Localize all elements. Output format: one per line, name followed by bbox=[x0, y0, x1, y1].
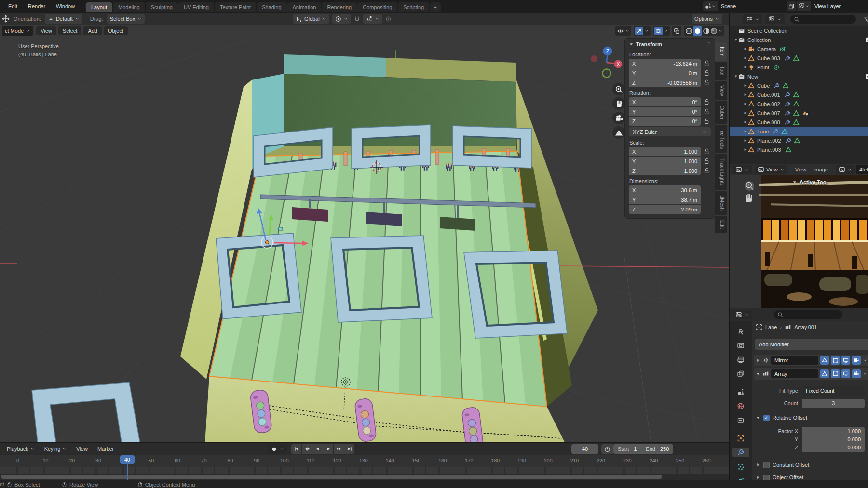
gizmos-dropdown[interactable] bbox=[634, 26, 651, 36]
cdata-icon[interactable] bbox=[781, 128, 788, 135]
workspace-tab-modeling[interactable]: Modeling bbox=[113, 2, 145, 12]
rotation-mode-dropdown[interactable]: XYZ Euler bbox=[629, 127, 711, 136]
viewport-persp-button[interactable] bbox=[612, 126, 625, 139]
editor-type-dropdown[interactable] bbox=[732, 310, 752, 319]
toggle-render-display[interactable] bbox=[852, 369, 861, 378]
scale-x-field[interactable]: X1.000 bbox=[629, 147, 701, 156]
outliner-row-cube-001[interactable]: ►Cube.001 bbox=[730, 90, 868, 99]
breadcrumb-modifier[interactable]: Array.001 bbox=[794, 324, 817, 330]
lock-icon[interactable] bbox=[702, 118, 711, 124]
dimensions-y-field[interactable]: Y38.7 m bbox=[629, 195, 701, 204]
tab-tool[interactable] bbox=[732, 327, 749, 336]
outliner-row-cube-007[interactable]: ►Cube.0079 bbox=[730, 108, 868, 118]
rotation-x-field[interactable]: X0° bbox=[629, 97, 701, 106]
tab-particles[interactable] bbox=[732, 462, 749, 471]
collapse-icon[interactable] bbox=[756, 415, 760, 420]
overlays-dropdown[interactable] bbox=[653, 26, 670, 36]
bwrench-icon[interactable] bbox=[784, 110, 791, 117]
menu-render[interactable]: Render bbox=[24, 1, 50, 11]
viewport-zoom-button[interactable] bbox=[612, 83, 625, 95]
navigation-gizmo[interactable]: Z X bbox=[587, 44, 626, 81]
sidebar-tab-edit[interactable]: Edit bbox=[715, 216, 727, 233]
toggle-realtime-display[interactable] bbox=[841, 356, 850, 365]
workspace-tab-uv-editing[interactable]: UV Editing bbox=[178, 2, 214, 12]
outliner-row-scene collection[interactable]: Scene Collection bbox=[730, 26, 868, 35]
next-keyframe-button[interactable] bbox=[334, 444, 344, 454]
play-reverse-button[interactable] bbox=[312, 444, 323, 454]
lock-icon[interactable] bbox=[702, 148, 711, 155]
gdata-icon[interactable] bbox=[785, 146, 792, 153]
scale-z-field[interactable]: Z1.000 bbox=[629, 166, 701, 175]
bwrench-icon[interactable] bbox=[784, 119, 791, 126]
collapse-icon[interactable]: ▼ bbox=[733, 74, 738, 79]
viewport-menu-object[interactable]: Object bbox=[104, 26, 128, 35]
modifier-extras-dropdown[interactable] bbox=[863, 371, 868, 376]
tab-output[interactable] bbox=[732, 355, 749, 364]
constant-offset-checkbox[interactable] bbox=[763, 462, 770, 468]
collapse-icon[interactable]: ▼ bbox=[733, 38, 738, 42]
viewport-pan-button[interactable] bbox=[612, 97, 625, 110]
timeline-ruler[interactable]: -100102030405060708090100110120130140150… bbox=[0, 455, 729, 467]
end-frame-field[interactable]: End250 bbox=[641, 444, 673, 454]
workspace-tab-compositing[interactable]: Compositing bbox=[357, 2, 397, 12]
image-mode-dropdown[interactable]: View bbox=[755, 165, 787, 174]
outliner-row-plane-003[interactable]: ►Plane.003 bbox=[730, 145, 868, 154]
modifier-array-header[interactable]: Array bbox=[754, 368, 868, 380]
current-frame-field[interactable]: 40 bbox=[571, 444, 598, 454]
menu-window[interactable]: Window bbox=[52, 1, 79, 11]
rotation-y-field[interactable]: Y0° bbox=[629, 107, 701, 116]
viewport-3d[interactable]: ct Mode ViewSelectAddObject User Perspec… bbox=[0, 25, 729, 442]
gdata-icon[interactable] bbox=[793, 92, 800, 98]
modifier-mirror-header[interactable]: Mirror bbox=[754, 355, 868, 366]
badge9-icon[interactable]: 9 bbox=[801, 110, 809, 117]
tab-physics[interactable] bbox=[732, 476, 749, 480]
toggle-editmode-display[interactable] bbox=[831, 369, 840, 378]
image-menu-view[interactable]: View bbox=[792, 165, 810, 174]
material-shading-button[interactable] bbox=[703, 27, 710, 35]
image-canvas[interactable]: Active Tool bbox=[730, 175, 868, 308]
playhead[interactable]: 40 bbox=[120, 455, 135, 464]
dimensions-z-field[interactable]: Z2.09 m bbox=[629, 205, 701, 214]
tab-collection[interactable] bbox=[732, 416, 749, 425]
modifier-name-field[interactable]: Array bbox=[771, 369, 818, 378]
sidebar-tab-track-lights[interactable]: Track Lights bbox=[715, 154, 727, 190]
workspace-tab-layout[interactable]: Layout bbox=[86, 2, 112, 12]
outliner-search-input[interactable] bbox=[790, 15, 856, 24]
snap-toggle-icon[interactable] bbox=[354, 16, 360, 22]
timeline-menu-playback[interactable]: Playback bbox=[3, 444, 39, 454]
outliner-row-collection[interactable]: ▼Collection bbox=[730, 35, 868, 44]
timeline-menu-keying[interactable]: Keying bbox=[41, 444, 71, 454]
modifier-name-field[interactable]: Mirror bbox=[771, 356, 818, 365]
drag-handle[interactable]: ⠿ bbox=[707, 42, 711, 47]
editor-type-dropdown[interactable] bbox=[732, 165, 752, 174]
auto-keying-toggle[interactable] bbox=[268, 444, 287, 454]
bwrench-icon[interactable] bbox=[773, 128, 779, 135]
image-name-field[interactable]: 4fef bbox=[856, 165, 868, 174]
outliner-row-cube-003[interactable]: ►Cube.003 bbox=[730, 53, 868, 63]
outliner-row-cube-002[interactable]: ►Cube.002 bbox=[730, 99, 868, 108]
workspace-tab-sculpting[interactable]: Sculpting bbox=[146, 2, 178, 12]
sidebar-tab-view[interactable]: View bbox=[715, 81, 727, 101]
workspace-tab-scripting[interactable]: Scripting bbox=[398, 2, 429, 12]
outliner-row-camera[interactable]: ►Camera bbox=[730, 44, 868, 53]
count-field[interactable]: 3 bbox=[802, 399, 865, 408]
drag-dropdown[interactable]: Select Box bbox=[107, 14, 145, 24]
expand-icon[interactable] bbox=[756, 475, 760, 480]
bwrench-icon[interactable] bbox=[773, 82, 780, 89]
image-menu-image[interactable]: Image bbox=[810, 165, 831, 174]
solid-shading-button[interactable] bbox=[693, 26, 702, 36]
add-modifier-button[interactable]: Add Modifier bbox=[755, 339, 868, 350]
gcam-icon[interactable] bbox=[780, 46, 787, 53]
timeline-menu-view[interactable]: View bbox=[72, 444, 92, 454]
outliner-filter-dropdown[interactable] bbox=[765, 14, 785, 24]
xray-toggle[interactable] bbox=[672, 26, 681, 36]
image-browse-dropdown[interactable] bbox=[836, 165, 855, 174]
visibility-dropdown[interactable] bbox=[615, 26, 631, 36]
sidebar-tab-tool[interactable]: Tool bbox=[715, 62, 727, 79]
menu-edit[interactable]: Edit bbox=[4, 1, 22, 11]
bwrench-icon[interactable] bbox=[784, 92, 791, 98]
add-workspace-button[interactable]: + bbox=[430, 2, 440, 12]
view-layer-name-field[interactable]: View Layer bbox=[811, 1, 868, 11]
jump-to-start-button[interactable] bbox=[291, 444, 301, 454]
gdata-icon[interactable] bbox=[793, 55, 800, 62]
